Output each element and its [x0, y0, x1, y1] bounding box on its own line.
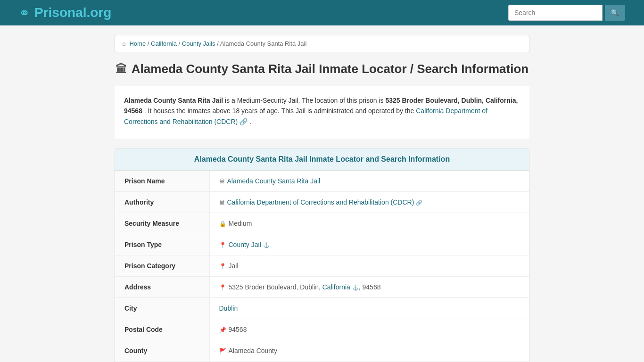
prison-name-bold: Alameda County Santa Rita Jail [124, 97, 223, 104]
table-cell-label: Prison Name [115, 171, 209, 192]
ext-link-icon: 🔗 [239, 118, 248, 125]
table-cell-value: 🏛Alameda County Santa Rita Jail [209, 171, 529, 192]
desc-part1: is a Medium-Security Jail. The location … [225, 97, 386, 104]
search-button[interactable]: 🔍 [605, 5, 625, 21]
home-icon: ⌂ [122, 40, 126, 47]
value-link[interactable]: Alameda County Santa Rita Jail [227, 177, 321, 185]
description-paragraph: Alameda County Santa Rita Jail is a Medi… [124, 95, 520, 127]
desc-part2: . It houses the inmates above 18 years o… [144, 107, 416, 115]
type-link[interactable]: County Jail [229, 241, 261, 248]
cell-icon: 📍 [219, 263, 226, 270]
table-row: Address📍5325 Broder Boulevard, Dublin, C… [115, 277, 529, 298]
table-row: Authority🏛California Department of Corre… [115, 192, 529, 213]
logo-text: Prisonal.org [34, 5, 111, 20]
logo-tld: .org [86, 5, 111, 20]
cell-icon: 📌 [219, 327, 226, 333]
header: ⚭ Prisonal.org 🔍 [0, 0, 644, 25]
anchor-icon: ⚓ [352, 285, 359, 290]
table-cell-value: 📌94568 [209, 319, 529, 340]
table-cell-label: Prison Type [115, 234, 209, 255]
breadcrumb-home[interactable]: Home [129, 40, 146, 47]
address-state-link[interactable]: California [322, 283, 350, 291]
table-cell-label: Security Measure [115, 213, 209, 234]
anchor-icon: ⚓ [263, 242, 270, 248]
table-cell-value: 📍Jail [209, 255, 529, 277]
logo-area: ⚭ Prisonal.org [19, 5, 111, 21]
table-cell-label: Address [115, 277, 209, 298]
table-row: CityDublin [115, 298, 529, 319]
cell-icon: 🏛 [219, 199, 225, 206]
breadcrumb: ⌂ Home / California / County Jails / Ala… [115, 35, 529, 52]
breadcrumb-current: Alameda County Santa Rita Jail [220, 40, 307, 47]
page-title-text: Alameda County Santa Rita Jail Inmate Lo… [132, 62, 528, 76]
content-wrapper: ⌂ Home / California / County Jails / Ala… [110, 35, 534, 362]
table-cell-value: 📍County Jail ⚓ [209, 234, 529, 255]
logo-prisonal: Prisonal [34, 5, 86, 20]
ext-icon: 🔗 [416, 200, 422, 206]
table-cell-value: 🔒Medium [209, 213, 529, 234]
table-row: Security Measure🔒Medium [115, 213, 529, 234]
table-cell-value: Dublin [209, 298, 529, 319]
cell-icon: 🔒 [219, 221, 226, 227]
table-cell-label: Postal Code [115, 319, 209, 340]
page-title: 🏛 Alameda County Santa Rita Jail Inmate … [115, 62, 529, 76]
table-cell-value: 🚩Alameda County [209, 340, 529, 362]
table-cell-label: County [115, 340, 209, 362]
breadcrumb-sep1: / [148, 40, 151, 47]
city-link[interactable]: Dublin [219, 304, 238, 312]
table-row: Prison Name🏛Alameda County Santa Rita Ja… [115, 171, 529, 192]
breadcrumb-state[interactable]: California [151, 40, 177, 47]
breadcrumb-sep2: / [179, 40, 182, 47]
info-box: Alameda County Santa Rita Jail Inmate Lo… [115, 148, 529, 362]
desc-part3: . [249, 118, 251, 125]
table-row: County🚩Alameda County [115, 340, 529, 362]
building-icon: 🏛 [116, 63, 127, 76]
description-section: Alameda County Santa Rita Jail is a Medi… [115, 86, 529, 139]
table-cell-label: Authority [115, 192, 209, 213]
info-box-header: Alameda County Santa Rita Jail Inmate Lo… [115, 148, 529, 171]
table-cell-label: Prison Category [115, 255, 209, 277]
table-cell-value: 🏛California Department of Corrections an… [209, 192, 529, 213]
table-cell-label: City [115, 298, 209, 319]
breadcrumb-type[interactable]: County Jails [182, 40, 215, 47]
table-cell-value: 📍5325 Broder Boulevard, Dublin, Californ… [209, 277, 529, 298]
table-row: Prison Category📍Jail [115, 255, 529, 277]
logo-icon: ⚭ [19, 5, 30, 21]
cell-icon: 📍 [219, 284, 226, 291]
cell-icon: 🚩 [219, 348, 226, 354]
cell-icon: 🏛 [219, 178, 225, 185]
info-table: Prison Name🏛Alameda County Santa Rita Ja… [115, 171, 529, 362]
cell-icon: 📍 [219, 242, 226, 248]
search-area: 🔍 [508, 5, 625, 21]
page-title-section: 🏛 Alameda County Santa Rita Jail Inmate … [115, 62, 529, 76]
table-row: Prison Type📍County Jail ⚓ [115, 234, 529, 255]
table-row: Postal Code📌94568 [115, 319, 529, 340]
search-input[interactable] [508, 5, 603, 21]
authority-link[interactable]: California Department of Corrections and… [227, 198, 414, 206]
